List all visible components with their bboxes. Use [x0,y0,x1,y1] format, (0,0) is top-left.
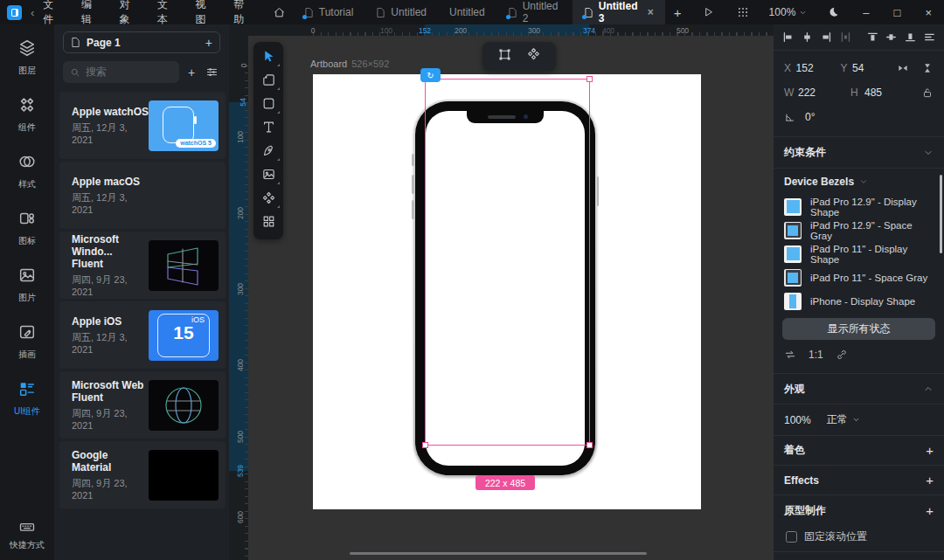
document-tab[interactable]: Untitled × [438,0,496,24]
filter-icon[interactable] [205,66,219,79]
canvas-horizontal-scrollbar[interactable] [350,552,647,555]
appearance-section-header[interactable]: 外观 [774,373,944,404]
home-icon[interactable] [273,6,286,19]
library-card[interactable]: Apple watchOS 周五, 12月 3, 2021 [59,92,226,159]
h-input[interactable]: 485 [864,86,917,99]
library-card[interactable]: Microsoft Web Fluent 周四, 9月 23, 2021 [59,371,226,439]
add-prototype-button[interactable]: + [926,503,934,518]
opacity-input[interactable]: 100% [784,414,811,426]
theme-moon-icon[interactable] [816,6,850,18]
w-input[interactable]: 222 [798,86,850,99]
scale-ratio[interactable]: 1:1 [809,349,823,361]
shortcuts-button[interactable]: 快捷方式 [10,518,45,551]
align-bottom-icon[interactable] [905,31,916,44]
menu-item[interactable]: 编辑 [81,0,101,27]
rail-item[interactable]: 图标 [17,209,37,247]
tool-button[interactable] [253,211,283,235]
bezel-variant-item[interactable]: iPad Pro 11" - Display Shape [774,242,944,266]
menu-item[interactable]: 帮助 [233,0,253,27]
menu-item[interactable]: 视图 [196,0,216,27]
blend-mode-select[interactable]: 正常 [827,412,860,427]
x-input[interactable]: 152 [796,62,841,74]
bezel-variant-item[interactable]: iPhone - Display Shape [774,289,944,313]
rail-item[interactable]: 组件 [17,95,37,134]
fixed-scroll-option[interactable]: 固定滚动位置 [774,525,944,548]
play-icon[interactable] [691,6,725,18]
close-tab-icon[interactable]: × [648,6,654,18]
align-top-icon[interactable] [867,31,878,44]
tool-button[interactable] [253,188,283,211]
align-left-icon[interactable] [782,31,794,44]
new-tab-button[interactable]: + [665,5,691,20]
add-tint-button[interactable]: + [926,443,934,458]
document-tab[interactable]: Tutorial × [293,0,365,24]
inspector-scrollbar[interactable] [940,175,942,253]
tool-button[interactable] [253,46,283,70]
rail-item[interactable]: 插画 [17,322,37,361]
more-align-icon[interactable] [924,31,935,44]
tool-button[interactable] [253,141,283,164]
back-chevron-icon[interactable]: ‹ [31,6,34,19]
rail-item[interactable]: 样式 [17,152,37,190]
detach-link-icon[interactable] [836,349,848,361]
iphone-display-shape[interactable] [426,111,585,466]
align-horizontal-center-icon[interactable] [802,31,813,44]
align-vertical-center-icon[interactable] [885,31,897,44]
rail-item[interactable]: 图层 [17,38,37,77]
tool-button[interactable] [253,164,283,188]
rail-item[interactable]: 图片 [17,266,37,304]
show-all-states-button[interactable]: 显示所有状态 [782,318,935,340]
y-input[interactable]: 54 [852,62,897,74]
library-card[interactable]: Google Material 周四, 9月 23, 2021 [59,441,226,508]
app-logo[interactable] [7,5,22,20]
grid-apps-icon[interactable] [725,6,760,18]
keyboard-icon [18,518,36,536]
canvas[interactable]: Artboard 526×592 [248,36,774,560]
search-input[interactable]: 搜索 [63,61,179,83]
library-card[interactable]: Apple macOS 周五, 12月 3, 2021 [59,162,226,229]
create-component-icon[interactable] [526,47,541,66]
add-page-button[interactable]: + [205,36,212,50]
library-card-date: 周四, 9月 23, 2021 [72,273,149,297]
add-library-button[interactable]: + [188,66,195,80]
unlock-aspect-icon[interactable] [921,86,934,99]
rotate-handle[interactable]: ↻ [420,68,441,82]
tool-button[interactable] [253,70,283,93]
artboard-label[interactable]: Artboard 526×592 [310,59,389,69]
window-close-button[interactable]: × [913,6,944,19]
vertical-ruler[interactable]: 054100200300400500539600 [229,24,248,560]
flip-vertical-icon[interactable] [921,62,934,74]
document-tab[interactable]: Untitled 2 × [496,0,573,24]
tool-button[interactable] [253,117,283,141]
artboard-name[interactable]: Artboard [310,59,347,69]
align-right-icon[interactable] [821,31,832,44]
swap-instance-icon[interactable] [784,349,796,361]
menu-item[interactable]: 对象 [119,0,139,27]
library-card[interactable]: Microsoft Windo... Fluent 周四, 9月 23, 202… [59,232,226,299]
menu-item[interactable]: 文件 [43,0,63,27]
library-card[interactable]: Apple iOS 周五, 12月 3, 2021 [59,301,226,369]
device-bezels-header[interactable]: Device Bezels [774,169,944,195]
bezel-variant-item[interactable]: iPad Pro 11" - Space Gray [774,266,944,289]
distribute-horizontal-icon[interactable] [840,31,851,44]
flip-horizontal-icon[interactable] [897,62,909,74]
document-tab[interactable]: Untitled × [364,0,438,24]
bezel-variant-item[interactable]: iPad Pro 12.9" - Space Gray [774,218,944,242]
rail-item[interactable]: UI组件 [14,379,40,418]
zoom-control[interactable]: 100% [760,6,816,18]
add-effect-button[interactable]: + [926,473,934,487]
window-minimize-button[interactable]: – [850,6,881,19]
bezel-variant-item[interactable]: iPad Pro 12.9" - Display Shape [774,195,944,218]
rotation-input[interactable]: 0° [805,111,857,123]
constraints-section-header[interactable]: 约束条件 [774,137,944,169]
page-selector[interactable]: Page 1 + [63,31,220,53]
tool-button[interactable] [253,93,283,117]
document-tab[interactable]: Untitled 3 × [573,0,665,24]
horizontal-ruler[interactable]: -1000100152200300374400500 [248,24,774,36]
edit-object-icon[interactable] [497,47,512,66]
menu-item[interactable]: 文本 [157,0,177,27]
checkbox[interactable] [786,531,797,543]
library-card-date: 周四, 9月 23, 2021 [72,407,149,431]
iphone-bezel-object[interactable] [413,100,597,477]
window-maximize-button[interactable]: □ [882,6,913,19]
